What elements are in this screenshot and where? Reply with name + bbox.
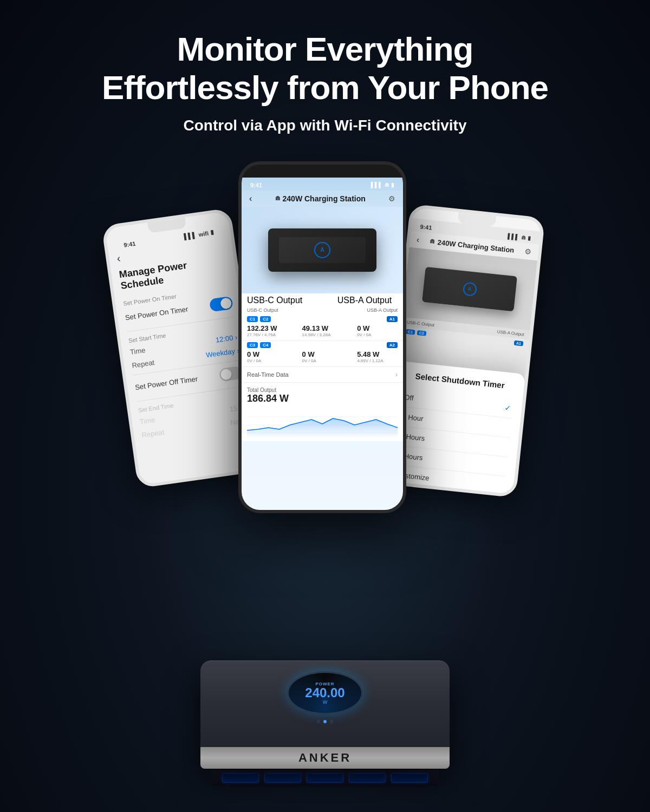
c1-power: 132.23 W 27.76V / 4.76A <box>247 324 298 337</box>
center-status-icons: ▌▌▌ ⋒ ▮ <box>371 182 394 188</box>
center-back-icon[interactable]: ‹ <box>249 194 252 204</box>
center-time: 9:41 <box>250 182 262 188</box>
end-time-label: Time <box>139 415 155 425</box>
subtitle: Control via App with Wi-Fi Connectivity <box>0 117 650 134</box>
right-back-icon[interactable]: ‹ <box>416 235 420 245</box>
arrow-icon: › <box>395 371 398 378</box>
right-settings-icon[interactable]: ⚙ <box>524 247 532 256</box>
right-device-preview: A <box>422 266 517 311</box>
power-on-label: Set Power On Timer <box>125 304 188 321</box>
port-badges-row2: C3 C4 A2 <box>242 340 403 349</box>
power-off-row: Set Power Off Timer <box>134 365 243 394</box>
time-value[interactable]: 12:00 › <box>215 333 238 344</box>
total-section: Total Output 186.84 W <box>242 382 403 409</box>
right-c1-badge: C1 <box>406 329 415 335</box>
phones-container: 9:41 ▌▌▌ wifi ▮ ‹ Manage Power Schedule … <box>0 161 650 513</box>
settings-icon[interactable]: ⚙ <box>388 194 395 203</box>
center-phone-notch <box>298 165 347 178</box>
title-line1: Monitor Everything <box>177 30 473 68</box>
battery-icon: ▮ <box>391 182 394 188</box>
check-icon: ✓ <box>504 403 512 412</box>
wifi-small-icon: ⋒ <box>275 195 280 202</box>
c1-badge: C1 <box>247 316 258 322</box>
modal-title: Select Shutdown Timer <box>404 370 516 391</box>
center-nav-title: ⋒ 240W Charging Station <box>275 194 366 203</box>
right-phone-content: 9:41 ▌▌▌ ⋒ ▮ ‹ ⋒ 240W Charging Station ⚙ <box>384 218 541 497</box>
anker-logo: ANKER <box>298 751 352 765</box>
right-time: 9:41 <box>420 223 432 231</box>
signal-icon: ▌▌▌ <box>371 182 382 188</box>
c2-power: 49.13 W 14.98V / 3.28A <box>302 324 353 337</box>
c2-watt: 49.13 W <box>302 324 353 332</box>
usb-a-output-label: USB-A Output <box>337 296 398 305</box>
left-status-icons: ▌▌▌ wifi ▮ <box>184 228 214 240</box>
power-row-2: 0 W 0V / 0A 0 W 0V / 0A 5.48 W 4.89V / 1… <box>242 349 403 366</box>
port-labels-row: USB-C Output USB-A Output <box>242 293 403 306</box>
wifi-icon: ⋒ <box>385 182 389 188</box>
power-off-label: Set Power Off Timer <box>134 374 198 391</box>
battery-icon: ▮ <box>210 228 214 236</box>
c1-detail: 27.76V / 4.76A <box>247 332 298 337</box>
c2-detail: 14.98V / 3.28A <box>302 332 353 337</box>
device-image-area: A <box>242 207 403 293</box>
center-status-bar: 9:41 ▌▌▌ ⋒ ▮ <box>242 178 403 191</box>
a2-watt: 5.48 W <box>357 350 398 358</box>
device-display: POWER 240.00 W <box>287 671 363 715</box>
time-label: Time <box>129 346 146 356</box>
a1-detail: 0V / 0A <box>357 332 398 337</box>
port-badges-row: C1 C2 A1 <box>242 315 403 323</box>
port-label-row2: USB-C Output USB-A Output <box>242 306 403 315</box>
c3-detail: 0V / 0A <box>247 358 298 363</box>
right-device-area: A <box>402 247 537 330</box>
center-phone: 9:41 ▌▌▌ ⋒ ▮ ‹ ⋒ 240W Charging Station ⚙ <box>238 161 406 513</box>
battery-icon: ▮ <box>528 234 531 241</box>
usb-c-output-label: USB-C Output <box>247 296 337 305</box>
left-time: 9:41 <box>123 240 136 248</box>
usb-port-3 <box>307 773 343 783</box>
header-section: Monitor Everything Effortlessly from You… <box>0 0 650 145</box>
c4-watt: 0 W <box>302 350 353 358</box>
signal-icon: ▌▌▌ <box>508 233 519 240</box>
c4-badge: C4 <box>260 342 271 348</box>
c4-detail: 0V / 0A <box>302 358 353 363</box>
a2-detail: 4.89V / 1.12A <box>357 358 398 363</box>
center-nav: ‹ ⋒ 240W Charging Station ⚙ <box>242 191 403 207</box>
repeat-value[interactable]: Weekday › <box>205 346 239 359</box>
main-title: Monitor Everything Effortlessly from You… <box>0 30 650 107</box>
c4-power: 0 W 0V / 0A <box>302 350 353 363</box>
dot3 <box>330 720 333 723</box>
right-a1-badge: A1 <box>514 340 524 346</box>
c1-watt: 132.23 W <box>247 324 298 332</box>
anker-logo-bar: ANKER <box>200 747 450 769</box>
power-row-1: 132.23 W 27.76V / 4.76A 49.13 W 14.98V /… <box>242 323 403 340</box>
power-unit: W <box>323 699 328 705</box>
usb-ports-bar <box>211 770 439 786</box>
sparkline-chart <box>247 409 398 438</box>
c3-power: 0 W 0V / 0A <box>247 350 298 363</box>
c3-watt: 0 W <box>247 350 298 358</box>
usb-port-2 <box>264 773 301 783</box>
a1-watt: 0 W <box>357 324 398 332</box>
c2-badge: C2 <box>260 316 271 322</box>
a1-power: 0 W 0V / 0A <box>357 324 398 337</box>
total-label: Total Output <box>247 387 398 393</box>
wifi-icon: wifi <box>198 230 209 237</box>
signal-icon: ▌▌▌ <box>184 231 197 239</box>
center-phone-content: 9:41 ▌▌▌ ⋒ ▮ ‹ ⋒ 240W Charging Station ⚙ <box>242 178 403 513</box>
title-line2: Effortlessly from Your Phone <box>102 69 548 106</box>
power-on-toggle[interactable] <box>209 296 233 312</box>
device-dots <box>317 720 333 723</box>
right-c2-badge: C2 <box>417 330 427 336</box>
right-wifi-icon: ⋒ <box>430 238 435 245</box>
usb-port-1 <box>222 773 259 783</box>
usb-c-label-text: USB-C Output <box>247 307 337 313</box>
a2-badge: A2 <box>387 342 398 348</box>
realtime-data-row[interactable]: Real-Time Data › <box>242 366 403 382</box>
usb-port-5 <box>391 773 428 783</box>
wifi-icon: ⋒ <box>521 234 526 240</box>
anker-device-section: POWER 240.00 W ANKER <box>184 660 466 812</box>
total-value: 186.84 W <box>247 393 398 404</box>
repeat-label: Repeat <box>132 358 155 370</box>
anker-device: POWER 240.00 W ANKER <box>200 660 450 769</box>
dot1 <box>317 720 320 723</box>
